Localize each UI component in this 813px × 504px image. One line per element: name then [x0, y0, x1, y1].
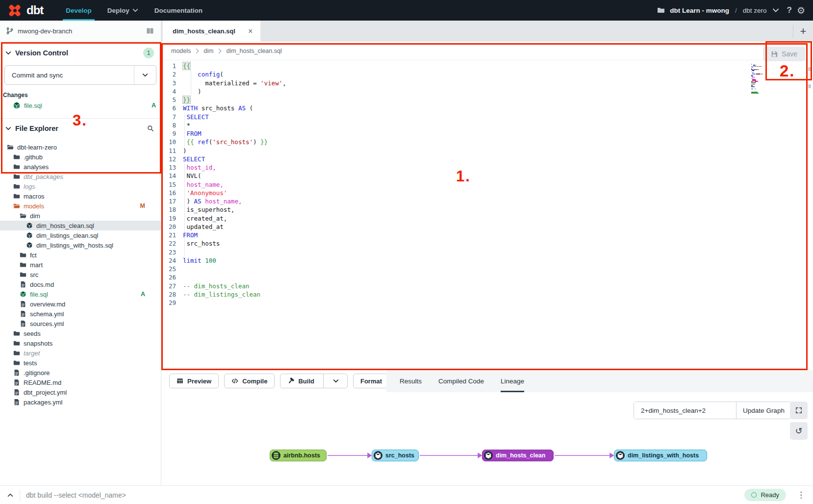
code-editor[interactable]: modelsdimdim_hosts_clean.sql Save 1{{2 c…: [161, 42, 813, 370]
tree-item-tests[interactable]: tests: [0, 358, 161, 368]
status-badge[interactable]: Ready: [744, 489, 786, 501]
collapse-chevron-icon[interactable]: [5, 50, 12, 56]
tree-item-file-sql[interactable]: file.sqlA: [0, 289, 161, 299]
settings-gear-icon[interactable]: ⚙: [797, 6, 805, 15]
changed-file-row[interactable]: file.sqlA: [0, 100, 161, 111]
code-line[interactable]: 11): [163, 147, 754, 155]
tree-item-mart[interactable]: mart: [0, 260, 161, 270]
lineage-node-airbnb-hosts[interactable]: airbnb.hosts: [270, 450, 327, 461]
tree-item-dbt-packages[interactable]: dbt_packages: [0, 172, 161, 181]
lineage-node-src-hosts[interactable]: src_hosts: [372, 450, 419, 461]
dbt-logo[interactable]: dbt: [0, 2, 52, 18]
code-line[interactable]: 25: [163, 265, 754, 273]
search-icon[interactable]: [147, 125, 154, 132]
kebab-menu-icon[interactable]: ⋮: [797, 490, 805, 500]
build-button[interactable]: Build: [280, 374, 348, 388]
code-line[interactable]: 22 src_hosts: [163, 239, 754, 248]
tab-dim-hosts-clean[interactable]: dim_hosts_clean.sql ×: [163, 21, 260, 42]
tree-item-readme-md[interactable]: README.md: [0, 378, 161, 387]
code-line[interactable]: 10 {{ ref('src_hosts') }}: [163, 138, 754, 146]
tree-item-snapshots[interactable]: snapshots: [0, 338, 161, 348]
tree-item-overview-md[interactable]: overview.md: [0, 299, 161, 309]
tree-item-dbt-learn-zero[interactable]: dbt-learn-zero: [0, 142, 161, 152]
tab-lineage[interactable]: Lineage: [501, 370, 524, 392]
collapse-chevron-icon[interactable]: [5, 125, 12, 132]
tree-item-macros[interactable]: macros: [0, 191, 161, 201]
code-line[interactable]: 7 SELECT: [163, 113, 754, 121]
file-explorer-header[interactable]: File Explorer: [0, 119, 161, 136]
commit-options-chevron-icon[interactable]: [134, 66, 156, 84]
code-line[interactable]: 6WITH src_hosts AS (: [163, 104, 754, 112]
environment-chevron-down-icon[interactable]: [772, 6, 777, 14]
tab-compiled-code[interactable]: Compiled Code: [438, 370, 484, 392]
code-line[interactable]: 15 host_name,: [163, 180, 754, 189]
branch-name[interactable]: mwong-dev-branch: [18, 27, 72, 35]
code-line[interactable]: 20 updated_at: [163, 223, 754, 231]
tree-item-models[interactable]: modelsM: [0, 201, 161, 211]
docs-book-icon[interactable]: [146, 27, 154, 35]
tree-item-logs[interactable]: logs: [0, 181, 161, 191]
tree-item-docs-md[interactable]: docs.md: [0, 279, 161, 289]
lineage-node-dim-hosts-clean[interactable]: dim_hosts_clean: [482, 450, 554, 461]
code-line[interactable]: 21FROM: [163, 231, 754, 239]
lineage-node-dim-listings-with-hosts[interactable]: dim_listings_with_hosts: [614, 450, 707, 461]
environment-name[interactable]: dbt zero: [743, 7, 767, 14]
tree-item--github[interactable]: .github: [0, 152, 161, 162]
code-line[interactable]: 8 *: [163, 121, 754, 129]
help-icon[interactable]: ?: [787, 5, 792, 15]
nav-item-develop[interactable]: Develop: [58, 0, 100, 21]
breadcrumb-item[interactable]: dim: [203, 48, 213, 54]
lineage-canvas[interactable]: Update Graph ↺ airbnb.hostssrc_hostsdim_…: [161, 392, 813, 485]
code-line[interactable]: 24limit 100: [163, 256, 754, 265]
tree-item-target[interactable]: target: [0, 348, 161, 358]
tree-item-analyses[interactable]: analyses: [0, 162, 161, 172]
tree-item-dbt-project-yml[interactable]: dbt_project.yml: [0, 387, 161, 397]
version-control-header[interactable]: Version Control 1: [0, 42, 161, 62]
commit-and-sync-button[interactable]: Commit and sync: [4, 65, 156, 85]
code-line[interactable]: 19 created_at,: [163, 214, 754, 223]
preview-button[interactable]: Preview: [169, 374, 219, 388]
code-line[interactable]: 26: [163, 273, 754, 281]
nav-item-documentation[interactable]: Documentation: [147, 0, 210, 21]
tree-item-src[interactable]: src: [0, 270, 161, 279]
tree-item-dim-listings-clean-sql[interactable]: dim_listings_clean.sql: [0, 230, 161, 240]
code-line[interactable]: 9 FROM: [163, 129, 754, 138]
code-line[interactable]: 12SELECT: [163, 155, 754, 163]
code-line[interactable]: 23: [163, 248, 754, 256]
tab-results[interactable]: Results: [400, 370, 422, 392]
breadcrumb-item[interactable]: dim_hosts_clean.sql: [226, 48, 281, 54]
command-input[interactable]: [25, 491, 744, 500]
code-line[interactable]: 3 materialized = 'view',: [163, 79, 754, 87]
code-line[interactable]: 18 is_superhost,: [163, 205, 754, 214]
tree-item-fct[interactable]: fct: [0, 250, 161, 260]
tree-item-seeds[interactable]: seeds: [0, 328, 161, 338]
code-area[interactable]: 1{{2 config(3 materialized = 'view',4 )5…: [163, 62, 754, 307]
code-line[interactable]: 29: [163, 299, 754, 307]
tree-item-dim[interactable]: dim: [0, 211, 161, 221]
code-line[interactable]: 27-- dim_hosts_clean: [163, 282, 754, 290]
tree-item-schema-yml[interactable]: schema.yml: [0, 309, 161, 319]
code-line[interactable]: 14 NVL(: [163, 172, 754, 180]
code-line[interactable]: 16 'Anonymous': [163, 189, 754, 197]
code-line[interactable]: 28-- dim_listings_clean: [163, 290, 754, 299]
nav-item-deploy[interactable]: Deploy: [100, 0, 147, 21]
code-line[interactable]: 13 host_id,: [163, 163, 754, 172]
code-line[interactable]: 1{{: [163, 62, 754, 70]
code-line[interactable]: 17 ) AS host_name,: [163, 197, 754, 205]
project-name[interactable]: dbt Learn - mwong: [670, 7, 729, 14]
new-tab-button[interactable]: +: [793, 22, 813, 41]
code-line[interactable]: 4 ): [163, 87, 754, 96]
compile-button[interactable]: Compile: [224, 374, 275, 388]
format-button[interactable]: Format: [353, 374, 389, 388]
breadcrumb-item[interactable]: models: [171, 48, 191, 54]
build-options-chevron-icon[interactable]: [328, 378, 340, 384]
tree-item-dim-listings-with-hosts-sql[interactable]: dim_listings_with_hosts.sql: [0, 240, 161, 250]
tree-item-packages-yml[interactable]: packages.yml: [0, 397, 161, 407]
code-line[interactable]: 5}}: [163, 96, 754, 104]
tab-close-icon[interactable]: ×: [248, 27, 253, 36]
tree-item-dim-hosts-clean-sql[interactable]: dim_hosts_clean.sql: [0, 221, 161, 230]
save-button[interactable]: Save: [763, 47, 805, 61]
tree-item--gitignore[interactable]: .gitignore: [0, 368, 161, 378]
tree-item-sources-yml[interactable]: sources.yml: [0, 319, 161, 328]
expand-chevron-up-icon[interactable]: [7, 492, 14, 499]
